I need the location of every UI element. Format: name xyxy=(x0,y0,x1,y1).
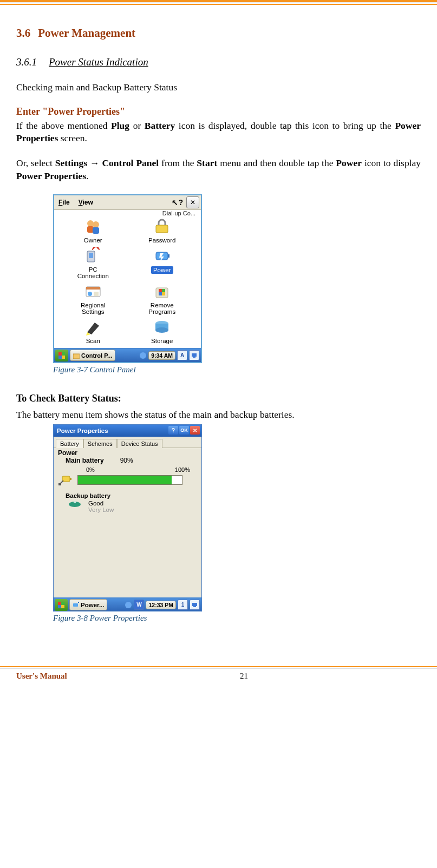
close-button[interactable]: ✕ xyxy=(190,426,200,435)
backup-status: Good Very Low xyxy=(88,500,114,513)
tab-body: Power Main battery 90% 0% 100% xyxy=(54,448,201,597)
word-icon[interactable]: W xyxy=(134,600,144,610)
start-button[interactable] xyxy=(55,350,68,361)
item-regional-settings[interactable]: Regional Settings xyxy=(58,282,128,315)
text: Or, select xyxy=(16,157,55,168)
desktop-icon[interactable] xyxy=(189,350,199,360)
clock[interactable]: 12:33 PM xyxy=(146,601,176,609)
input-indicator[interactable]: A xyxy=(177,350,187,360)
page-number: 21 xyxy=(240,672,248,681)
item-owner[interactable]: Owner xyxy=(58,218,128,244)
paragraph-1: If the above mentioned Plug or Battery i… xyxy=(16,120,421,145)
item-label: Storage xyxy=(151,338,173,344)
group-title: Power xyxy=(58,449,197,457)
svg-rect-36 xyxy=(193,606,196,607)
figure-2: Power Properties ? OK ✕ Battery Schemes … xyxy=(53,424,421,623)
svg-point-34 xyxy=(125,602,132,608)
password-icon xyxy=(153,218,171,236)
svg-rect-3 xyxy=(93,227,99,234)
tab-schemes[interactable]: Schemes xyxy=(83,439,117,448)
text: screen. xyxy=(58,133,87,143)
figure-caption: Figure 3-7 Control Panel xyxy=(53,365,421,374)
svg-rect-29 xyxy=(58,483,61,485)
footer-rule xyxy=(0,666,437,667)
input-indicator[interactable]: 1 xyxy=(178,600,188,610)
item-label: Regional Settings xyxy=(81,302,105,315)
help-button[interactable]: ? xyxy=(168,426,178,435)
svg-rect-8 xyxy=(168,254,169,258)
power-properties-screenshot: Power Properties ? OK ✕ Battery Schemes … xyxy=(53,424,202,611)
regional-icon xyxy=(84,282,102,301)
main-battery-label: Main battery xyxy=(66,457,104,464)
svg-rect-18 xyxy=(162,292,165,295)
subheading: To Check Battery Status: xyxy=(16,393,421,404)
item-storage[interactable]: Storage xyxy=(128,318,197,344)
close-button[interactable]: ✕ xyxy=(186,196,199,208)
subsection-number: 3.6.1 xyxy=(16,56,37,68)
text: or xyxy=(129,120,145,131)
item-pc-connection[interactable]: PC Connection xyxy=(58,247,128,279)
page-footer: User's Manual 21 xyxy=(0,668,437,688)
backup-battery-label: Backup battery xyxy=(66,492,197,499)
intro-para: Checking main and Backup Battery Status xyxy=(16,81,421,94)
svg-rect-28 xyxy=(70,478,71,480)
scale-labels: 0% 100% xyxy=(86,466,190,473)
item-label: Power xyxy=(151,266,173,274)
tab-device-status[interactable]: Device Status xyxy=(117,439,162,448)
help-icon[interactable]: ↖? xyxy=(172,198,186,207)
figure-1: File View ↖? ✕ Dial-up Co... Owner xyxy=(53,194,421,374)
item-label: Remove Programs xyxy=(148,302,175,315)
item-scan[interactable]: Scan xyxy=(58,318,128,344)
taskbar: Control P... 9:34 AM A xyxy=(54,348,201,362)
item-password[interactable]: Password xyxy=(128,218,197,244)
backup-battery-icon xyxy=(68,500,82,509)
menu-file[interactable]: File xyxy=(54,196,74,208)
arrow: → xyxy=(87,157,102,168)
text-settings: Settings xyxy=(55,157,87,168)
power-icon xyxy=(73,602,79,608)
text-power-properties: Power Properties xyxy=(16,170,86,181)
menu-view[interactable]: View xyxy=(74,196,97,208)
svg-point-0 xyxy=(87,220,94,227)
item-power[interactable]: Power xyxy=(128,247,197,279)
scale-min: 0% xyxy=(86,466,95,473)
taskbar-app-button[interactable]: Control P... xyxy=(70,350,115,361)
window-title: Power Properties xyxy=(57,428,108,434)
text: menu and then double tap the xyxy=(217,157,336,168)
menubar: File View ↖? ✕ xyxy=(54,195,201,210)
item-remove-programs[interactable]: Remove Programs xyxy=(128,282,197,315)
paragraph: The battery menu item shows the status o… xyxy=(16,409,421,422)
text: icon is displayed, double tap this icon … xyxy=(175,120,395,131)
ok-button[interactable]: OK xyxy=(179,426,189,435)
start-button[interactable] xyxy=(55,599,68,611)
svg-rect-25 xyxy=(192,353,197,357)
system-tray: W 12:33 PM 1 xyxy=(125,600,201,610)
storage-icon xyxy=(153,318,171,337)
tab-battery[interactable]: Battery xyxy=(56,439,83,448)
taskbar-app-label: Control P... xyxy=(81,352,112,359)
icon-grid: Owner Password PC Connection xyxy=(54,216,201,347)
taskbar-app-button[interactable]: Power... xyxy=(69,599,107,610)
progress-fill xyxy=(78,476,172,484)
top-rule xyxy=(0,3,437,3)
svg-rect-4 xyxy=(156,225,168,233)
window-titlebar: Power Properties ? OK ✕ xyxy=(54,425,201,437)
folder-icon xyxy=(73,352,80,359)
text-start: Start xyxy=(197,157,217,168)
network-icon[interactable] xyxy=(125,601,132,609)
svg-rect-16 xyxy=(162,289,165,292)
remove-programs-icon xyxy=(153,282,171,301)
main-battery-percent: 90% xyxy=(120,457,133,464)
svg-point-24 xyxy=(140,352,146,359)
taskbar: Power... W 12:33 PM 1 xyxy=(54,597,201,611)
charging-icon xyxy=(58,474,73,486)
clock[interactable]: 9:34 AM xyxy=(148,351,175,360)
page-body: 3.6Power Management 3.6.1Power Status In… xyxy=(0,5,437,623)
section-heading: 3.6Power Management xyxy=(16,27,421,40)
item-label: Password xyxy=(148,237,176,244)
desktop-icon[interactable] xyxy=(190,600,200,610)
network-icon[interactable] xyxy=(139,352,147,359)
backup-good: Good xyxy=(88,500,114,507)
section-number: 3.6 xyxy=(16,27,30,40)
svg-rect-6 xyxy=(89,253,93,258)
